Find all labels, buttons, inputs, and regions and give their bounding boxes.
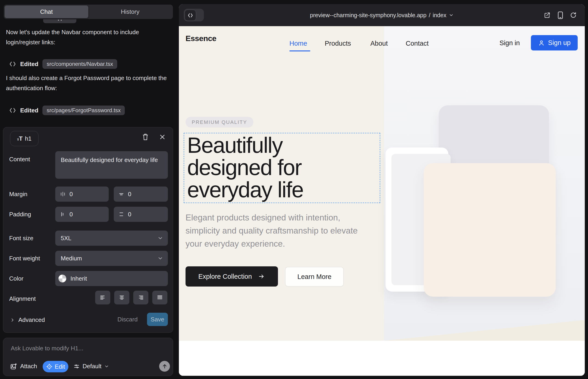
sign-up-label: Sign up — [548, 39, 571, 47]
color-value: Inherit — [70, 275, 87, 282]
chevron-down-icon — [449, 13, 454, 18]
tab-chat[interactable]: Chat — [5, 5, 88, 18]
mobile-view-button[interactable] — [557, 11, 563, 19]
save-button[interactable]: Save — [147, 313, 168, 326]
close-editor-button[interactable] — [158, 132, 167, 142]
content-input[interactable]: Beautifully designed for everyday life — [55, 151, 168, 179]
color-label: Color — [9, 275, 23, 282]
nav-link-about[interactable]: About — [370, 40, 388, 47]
edit-mode-button[interactable]: Edit — [43, 361, 68, 372]
color-swatch — [59, 275, 66, 283]
sign-up-button[interactable]: Sign up — [531, 35, 578, 50]
preview-panel: preview--charming-site-symphony.lovable.… — [179, 4, 585, 376]
edit-label: Edit — [55, 363, 65, 370]
edited-label: Edited — [20, 61, 38, 68]
margin-horizontal-icon — [60, 191, 66, 197]
preview-path: index — [433, 12, 447, 19]
margin-horizontal-input[interactable]: 0 — [55, 187, 109, 202]
chevron-down-icon — [157, 255, 163, 261]
margin-vertical-value: 0 — [128, 191, 131, 198]
file-chip[interactable]: src/pages/ForgotPassword.tsx — [42, 106, 125, 115]
font-size-label: Font size — [9, 235, 33, 242]
nav-link-home[interactable]: Home — [289, 40, 307, 47]
advanced-toggle[interactable]: Advanced — [10, 316, 45, 323]
padding-vertical-input[interactable]: 0 — [114, 207, 168, 222]
margin-label: Margin — [9, 191, 27, 198]
arrow-right-icon — [258, 273, 265, 280]
margin-vertical-input[interactable]: 0 — [114, 187, 168, 202]
code-icon — [185, 10, 196, 21]
align-left-button[interactable] — [95, 291, 110, 304]
assistant-message: Now let's update the Navbar component to… — [6, 27, 168, 47]
align-right-button[interactable] — [133, 291, 148, 304]
attach-label: Attach — [20, 363, 37, 370]
arrow-up-icon — [162, 363, 168, 369]
tab-history[interactable]: History — [88, 5, 172, 18]
align-center-button[interactable] — [114, 291, 129, 304]
hero-image-placeholder-front — [424, 163, 556, 297]
open-in-new-tab-button[interactable] — [544, 12, 551, 19]
font-size-select[interactable]: 5XL — [55, 231, 168, 246]
padding-vertical-icon — [118, 211, 124, 217]
sign-in-link[interactable]: Sign in — [499, 39, 520, 47]
chevron-down-icon — [104, 364, 109, 369]
site-logo[interactable]: Essence — [186, 34, 217, 43]
file-chip[interactable]: src/components/Navbar.tsx — [42, 59, 117, 69]
target-icon — [46, 363, 52, 370]
padding-vertical-value: 0 — [128, 211, 131, 218]
font-weight-value: Medium — [61, 255, 82, 262]
learn-more-button[interactable]: Learn More — [285, 267, 344, 286]
margin-vertical-icon — [118, 191, 124, 197]
chat-sidebar: Chat History Now let's update the Navbar… — [0, 0, 178, 379]
chevron-down-icon — [157, 235, 163, 241]
nav-link-products[interactable]: Products — [325, 40, 351, 47]
hero-headline[interactable]: Beautifully designed for everyday life — [187, 134, 303, 201]
code-icon — [9, 61, 16, 67]
explore-collection-button[interactable]: Explore Collection — [186, 266, 278, 286]
sliders-icon — [73, 363, 80, 370]
discard-button[interactable]: Discard — [117, 316, 138, 323]
advanced-label: Advanced — [18, 316, 45, 323]
composer-input[interactable]: Ask Lovable to modify H1... — [11, 345, 83, 352]
code-view-toggle[interactable] — [184, 9, 204, 21]
active-nav-underline — [289, 50, 310, 51]
preview-url: preview--charming-site-symphony.lovable.… — [310, 12, 427, 19]
mode-label: Default — [83, 363, 101, 370]
attach-image-icon — [10, 363, 17, 370]
file-edit-row[interactable]: Edited src/components/Navbar.tsx — [9, 59, 117, 69]
text-type-icon: тT — [17, 135, 22, 142]
edited-label: Edited — [20, 107, 38, 114]
code-icon — [9, 107, 16, 113]
alignment-label: Alignment — [9, 295, 36, 302]
premium-quality-badge: PREMIUM QUALITY — [186, 117, 253, 127]
site-hero-section: Essence Home Products About Contact Sign… — [179, 26, 585, 341]
user-icon — [538, 39, 545, 46]
chevron-right-icon — [10, 317, 15, 323]
chat-history-tabs: Chat History — [4, 5, 173, 19]
content-label: Content — [9, 156, 30, 163]
margin-horizontal-value: 0 — [69, 191, 73, 198]
assistant-message: I should also create a Forgot Password p… — [6, 73, 168, 93]
send-button[interactable] — [159, 361, 170, 372]
padding-horizontal-icon — [60, 211, 66, 217]
file-edit-row[interactable]: Edited src/pages/ForgotPassword.tsx — [9, 106, 125, 115]
padding-horizontal-input[interactable]: 0 — [55, 207, 109, 222]
section-below-hero — [179, 341, 585, 376]
preview-topbar: preview--charming-site-symphony.lovable.… — [179, 4, 585, 26]
mode-select[interactable]: Default — [73, 363, 109, 370]
padding-horizontal-value: 0 — [69, 211, 73, 218]
url-separator: / — [429, 12, 431, 19]
preview-url-bar[interactable]: preview--charming-site-symphony.lovable.… — [310, 4, 454, 26]
align-justify-button[interactable] — [152, 291, 167, 304]
chat-composer: Ask Lovable to modify H1... Attach Edit … — [3, 338, 173, 376]
tag-label: h1 — [25, 135, 32, 142]
scrolled-chip-remnant — [43, 19, 76, 23]
delete-element-button[interactable] — [141, 132, 150, 142]
nav-link-contact[interactable]: Contact — [406, 40, 429, 47]
padding-label: Padding — [9, 211, 31, 218]
font-size-value: 5XL — [61, 235, 71, 242]
attach-button[interactable]: Attach — [10, 363, 37, 370]
refresh-button[interactable] — [570, 12, 577, 19]
font-weight-select[interactable]: Medium — [55, 251, 168, 266]
color-select[interactable]: Inherit — [55, 271, 168, 286]
